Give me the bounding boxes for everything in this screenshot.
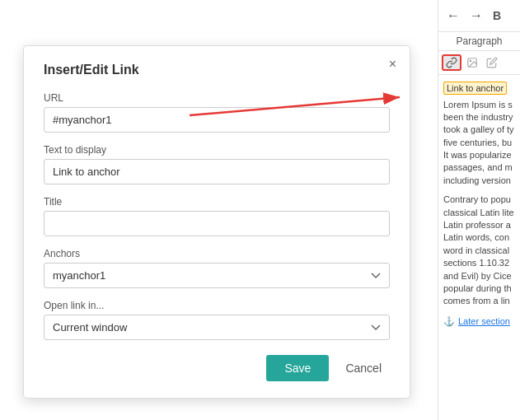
cancel-button[interactable]: Cancel [337,355,390,381]
right-sidebar: ← → B Paragraph [438,0,520,420]
redo-button[interactable]: → [466,7,486,25]
text-to-display-label: Text to display [44,144,390,156]
title-label: Title [44,196,390,208]
toolbar-icon-row [438,51,520,75]
main-container: Insert/Edit Link × URL Text to display T… [0,0,520,420]
toolbar-top: ← → B [438,0,520,32]
later-section-link[interactable]: Later section [458,315,510,329]
text-to-display-group: Text to display [44,144,390,184]
text-to-display-input[interactable] [44,159,390,184]
url-input[interactable] [44,107,390,133]
title-field-group: Title [44,196,390,236]
close-button[interactable]: × [389,58,396,71]
open-link-in-label: Open link in... [44,300,390,311]
link-icon-button[interactable] [442,54,461,71]
open-link-in-group: Open link in... Current window New windo… [44,300,390,340]
dialog-title: Insert/Edit Link [44,63,390,77]
insert-edit-link-dialog: Insert/Edit Link × URL Text to display T… [23,45,410,399]
anchors-label: Anchors [44,248,390,259]
url-field-group: URL [44,92,390,133]
image-icon-button[interactable] [463,54,481,71]
title-input[interactable] [44,211,390,236]
editor-paragraph-2: Contrary to popu classical Latin lite La… [443,194,515,308]
bold-button[interactable]: B [490,7,504,24]
url-label: URL [44,92,390,104]
dialog-footer: Save Cancel [44,355,390,381]
open-link-in-select[interactable]: Current window New window [44,315,390,340]
anchor-section: ⚓ Later section [443,315,515,329]
save-button[interactable]: Save [266,355,329,381]
anchors-field-group: Anchors myanchor1 [44,248,390,288]
undo-button[interactable]: ← [443,7,463,25]
editor-content-area: Link to anchor Lorem Ipsum is s been the… [438,75,520,420]
svg-point-3 [470,60,471,62]
anchors-select[interactable]: myanchor1 [44,263,390,288]
link-to-anchor-highlighted: Link to anchor [443,82,507,95]
paragraph-label: Paragraph [438,32,520,51]
editor-paragraph-1: Lorem Ipsum is s been the industry took … [443,99,515,188]
edit-icon-button[interactable] [483,54,501,71]
anchor-icon: ⚓ [443,315,455,329]
dialog-area: Insert/Edit Link × URL Text to display T… [0,0,438,420]
